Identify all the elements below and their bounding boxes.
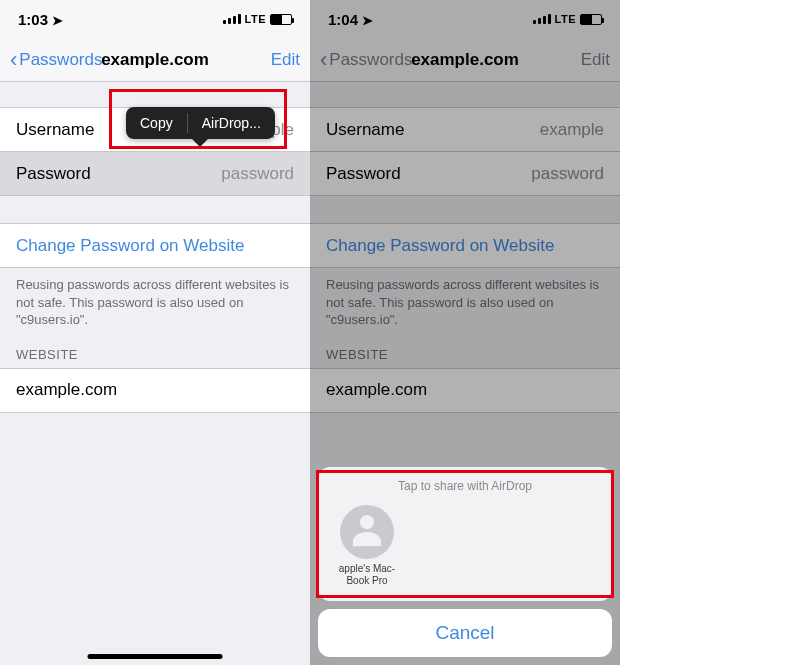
nav-bar: ‹Passwords example.com Edit bbox=[310, 38, 620, 82]
status-time: 1:03 bbox=[18, 11, 48, 28]
website-row: example.com bbox=[310, 369, 620, 413]
username-row: Username example bbox=[310, 108, 620, 152]
carrier-label: LTE bbox=[555, 13, 576, 25]
spacer bbox=[0, 196, 310, 224]
change-password-link: Change Password on Website bbox=[310, 224, 620, 268]
username-label: Username bbox=[326, 120, 404, 140]
password-reuse-warning: Reusing passwords across different websi… bbox=[0, 268, 310, 333]
website-value: example.com bbox=[326, 380, 427, 400]
battery-icon bbox=[270, 14, 292, 25]
chevron-left-icon: ‹ bbox=[320, 51, 327, 68]
location-icon: ➤ bbox=[362, 13, 373, 28]
status-bar: 1:04 ➤ LTE bbox=[310, 0, 620, 38]
airdrop-button[interactable]: AirDrop... bbox=[188, 107, 275, 139]
battery-icon bbox=[580, 14, 602, 25]
copy-button[interactable]: Copy bbox=[126, 107, 187, 139]
password-row[interactable]: Password password bbox=[0, 152, 310, 196]
person-icon bbox=[340, 505, 394, 559]
back-button: ‹Passwords bbox=[320, 50, 412, 70]
password-row: Password password bbox=[310, 152, 620, 196]
change-password-link[interactable]: Change Password on Website bbox=[0, 224, 310, 268]
status-time: 1:04 bbox=[328, 11, 358, 28]
home-indicator[interactable] bbox=[88, 654, 223, 659]
password-value: password bbox=[531, 164, 604, 184]
spacer bbox=[0, 82, 310, 108]
website-section-header: WEBSITE bbox=[310, 333, 620, 369]
signal-icon bbox=[223, 14, 241, 24]
password-reuse-warning: Reusing passwords across different websi… bbox=[310, 268, 620, 333]
spacer bbox=[0, 413, 310, 665]
username-value: example bbox=[540, 120, 604, 140]
nav-bar: ‹Passwords example.com Edit bbox=[0, 38, 310, 82]
sheet-title: Tap to share with AirDrop bbox=[318, 475, 612, 503]
edit-button[interactable]: Edit bbox=[271, 50, 300, 70]
signal-icon bbox=[533, 14, 551, 24]
location-icon: ➤ bbox=[52, 13, 63, 28]
status-bar: 1:03 ➤ LTE bbox=[0, 0, 310, 38]
password-value: password bbox=[221, 164, 294, 184]
context-menu: Copy AirDrop... bbox=[126, 107, 275, 139]
carrier-label: LTE bbox=[245, 13, 266, 25]
website-row[interactable]: example.com bbox=[0, 369, 310, 413]
website-section-header: WEBSITE bbox=[0, 333, 310, 369]
phone-right: 1:04 ➤ LTE ‹Passwords example.com Edit U… bbox=[310, 0, 620, 665]
spacer bbox=[310, 82, 620, 108]
airdrop-target[interactable]: apple's Mac- Book Pro bbox=[330, 505, 404, 587]
spacer bbox=[310, 196, 620, 224]
edit-button: Edit bbox=[581, 50, 610, 70]
username-label: Username bbox=[16, 120, 94, 140]
airdrop-target-name: apple's Mac- Book Pro bbox=[330, 563, 404, 587]
airdrop-sheet: Tap to share with AirDrop apple's Mac- B… bbox=[318, 467, 612, 657]
chevron-left-icon: ‹ bbox=[10, 51, 17, 68]
callout-arrow-icon bbox=[192, 139, 208, 147]
password-label: Password bbox=[326, 164, 401, 184]
phone-left: 1:03 ➤ LTE ‹Passwords example.com Edit U… bbox=[0, 0, 310, 665]
password-label: Password bbox=[16, 164, 91, 184]
airdrop-card: Tap to share with AirDrop apple's Mac- B… bbox=[318, 467, 612, 601]
cancel-button[interactable]: Cancel bbox=[318, 609, 612, 657]
back-button[interactable]: ‹Passwords bbox=[10, 50, 102, 70]
website-value: example.com bbox=[16, 380, 117, 400]
